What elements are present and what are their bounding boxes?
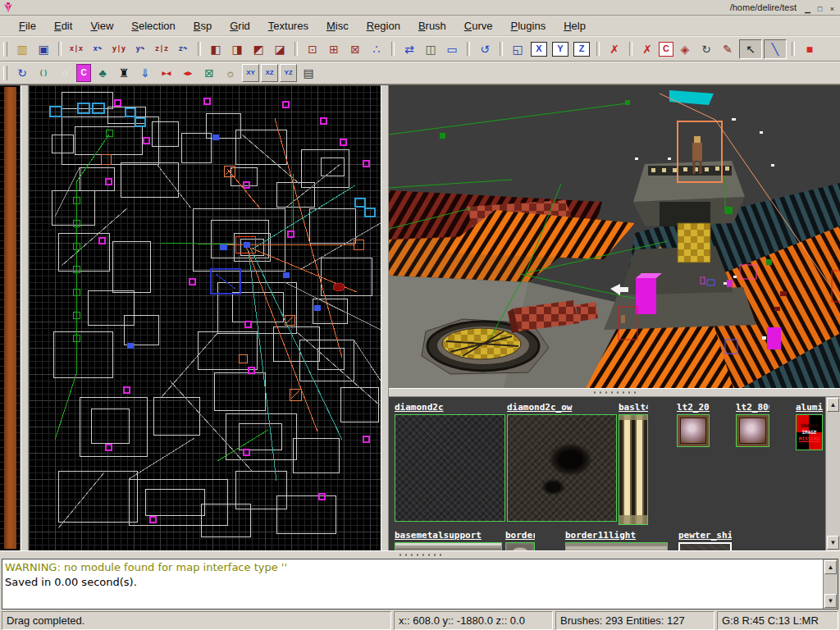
texture-diamond2c_ow[interactable]: diamond2c_ow — [507, 402, 617, 522]
selection-region-button[interactable]: ⊠ — [345, 40, 365, 58]
save-file-button[interactable]: ▣ — [34, 40, 53, 58]
csg-subtract-button[interactable]: ◨ — [227, 40, 247, 58]
menu-brush[interactable]: Brush — [409, 17, 455, 34]
view-xz-button[interactable]: XZ — [261, 64, 278, 82]
texture-basemetalsupport[interactable]: basemetalsupport — [395, 530, 502, 550]
camera-3d-view[interactable] — [389, 85, 840, 388]
texture-thumbnail[interactable] — [677, 414, 710, 447]
texture-thumbnail[interactable] — [507, 414, 617, 522]
texture-diamond2c[interactable]: diamond2c — [395, 402, 505, 522]
screenshot-button[interactable]: ☼ — [221, 65, 240, 81]
nodraw-button[interactable]: ⊠ — [199, 65, 219, 81]
train-tool-button[interactable]: ♜ — [114, 65, 134, 81]
drop-entity-button[interactable]: ⇓ — [135, 65, 155, 81]
console-window-button[interactable]: ▤ — [299, 65, 318, 81]
menu-bsp[interactable]: Bsp — [185, 17, 221, 34]
menu-grid[interactable]: Grid — [221, 17, 259, 34]
view-yz-button[interactable]: YZ — [280, 64, 297, 82]
csg-merge-button[interactable]: ◩ — [249, 40, 268, 58]
scroll-down-icon[interactable]: ▼ — [824, 594, 837, 608]
texture-pewter_shiney[interactable]: pewter_shiney — [678, 530, 732, 550]
vertical-splitter[interactable] — [21, 85, 29, 550]
foliage-tool-button[interactable]: ♣ — [93, 65, 112, 81]
scroll-up-icon[interactable]: ▲ — [824, 560, 837, 574]
toolbar-gripper[interactable] — [3, 66, 7, 80]
console-splitter[interactable] — [0, 550, 840, 559]
menu-plugins[interactable]: Plugins — [502, 17, 555, 34]
lock-z-button[interactable]: Z — [573, 42, 590, 57]
texture-thumbnail[interactable] — [565, 542, 668, 550]
x-axis-rotate-button[interactable]: x↷ — [88, 40, 107, 58]
texture-lt2_2000[interactable]: lt2_2000 — [677, 402, 710, 447]
z-window[interactable] — [0, 85, 21, 550]
camera-view-button[interactable]: ▭ — [442, 40, 462, 58]
minimize-button[interactable]: ▁ — [802, 4, 813, 15]
cubic-clip-button[interactable]: ◫ — [421, 40, 441, 58]
curve-tool-button[interactable]: () — [34, 65, 53, 81]
texture-thumbnail[interactable] — [395, 542, 502, 550]
texture-thumbnail[interactable] — [619, 414, 648, 525]
entity-rotate-button[interactable]: ↻ — [12, 65, 32, 81]
y-axis-rotate-button[interactable]: y↷ — [130, 40, 150, 58]
menu-view[interactable]: View — [81, 17, 122, 34]
texture-thumbnail[interactable]: SHADERIMAGEMISSING — [796, 414, 823, 450]
expand-button[interactable]: ◀▶ — [178, 65, 198, 81]
texture-aluminum[interactable]: aluminumSHADERIMAGEMISSING — [796, 402, 823, 450]
vertical-splitter[interactable] — [381, 85, 389, 550]
cubic-clipping-button[interactable]: ✗ — [637, 40, 657, 58]
title-bar[interactable]: /home/delire/test ▁□× — [0, 0, 840, 16]
close-button[interactable]: × — [827, 4, 838, 15]
patch-weld-button[interactable]: ◈ — [675, 40, 695, 58]
x-axis-flip-button[interactable]: x|x — [66, 40, 86, 58]
z-axis-rotate-button[interactable]: z↷ — [173, 40, 193, 58]
no-select-models-button[interactable]: ↖ — [739, 39, 762, 59]
clipper-button[interactable]: ◪ — [270, 40, 290, 58]
open-file-button[interactable]: ▥ — [12, 40, 32, 58]
y-axis-flip-button[interactable]: y|y — [109, 40, 129, 58]
lock-x-button[interactable]: X — [531, 42, 547, 57]
polygon-tool-button[interactable]: ○ — [55, 65, 75, 81]
select-inside-button[interactable]: ⊞ — [324, 40, 344, 58]
scroll-down-icon[interactable]: ▼ — [827, 536, 839, 550]
cap-patch-button[interactable]: C — [76, 64, 91, 82]
cap-curve-button[interactable]: C — [659, 42, 673, 57]
make-hollow-button[interactable]: ◧ — [206, 40, 226, 58]
texture-border11b[interactable]: border11b — [505, 530, 535, 550]
menu-curve[interactable]: Curve — [455, 17, 502, 34]
console[interactable]: WARNING: no module found for map interfa… — [2, 559, 838, 609]
console-scrollbar[interactable]: ▲ ▼ — [823, 559, 838, 609]
menu-selection[interactable]: Selection — [122, 17, 184, 34]
texture-border11light[interactable]: border11light — [565, 530, 668, 550]
toolbar-gripper[interactable] — [3, 42, 7, 57]
texture-lt2_8000[interactable]: lt2_8000 — [736, 402, 769, 447]
texture-thumbnail[interactable] — [395, 414, 505, 522]
lock-y-button[interactable]: Y — [552, 42, 568, 57]
scroll-up-icon[interactable]: ▲ — [827, 398, 839, 412]
rotate-object-button[interactable]: ↻ — [696, 40, 716, 58]
texture-thumbnail[interactable] — [505, 542, 535, 550]
texture-browser[interactable]: diamond2cdiamond2c_owbaslt4_1_4klt2_2000… — [389, 397, 840, 550]
free-rotation-button[interactable]: ◱ — [508, 40, 527, 58]
show-in-use-button[interactable]: ■ — [800, 40, 819, 58]
change-views-button[interactable]: ⇄ — [399, 40, 419, 58]
paint-brush-button[interactable]: ✎ — [718, 40, 737, 58]
menu-region[interactable]: Region — [358, 17, 409, 34]
xy-2d-view[interactable] — [29, 85, 381, 550]
maximize-button[interactable]: □ — [815, 4, 825, 15]
menu-edit[interactable]: Edit — [45, 17, 81, 34]
texture-thumbnail[interactable] — [678, 542, 732, 550]
hide-models-button[interactable]: ✗ — [605, 40, 624, 58]
menu-misc[interactable]: Misc — [317, 17, 358, 34]
texture-thumbnail[interactable] — [736, 414, 769, 447]
collapse-button[interactable]: ▶◀ — [157, 65, 176, 81]
z-axis-flip-button[interactable]: z|z — [152, 40, 171, 58]
select-touching-button[interactable]: ⊡ — [303, 40, 322, 58]
texture-baslt4_1_4k[interactable]: baslt4_1_4k — [619, 402, 648, 525]
menu-help[interactable]: Help — [555, 17, 595, 34]
no-select-curves-button[interactable]: ╲ — [764, 39, 787, 59]
cycle-layout-button[interactable]: ↺ — [475, 40, 495, 58]
menu-file[interactable]: File — [10, 17, 45, 34]
menu-textures[interactable]: Textures — [259, 17, 317, 34]
horizontal-splitter[interactable] — [389, 388, 840, 397]
connect-entities-button[interactable]: ∴ — [367, 40, 386, 58]
